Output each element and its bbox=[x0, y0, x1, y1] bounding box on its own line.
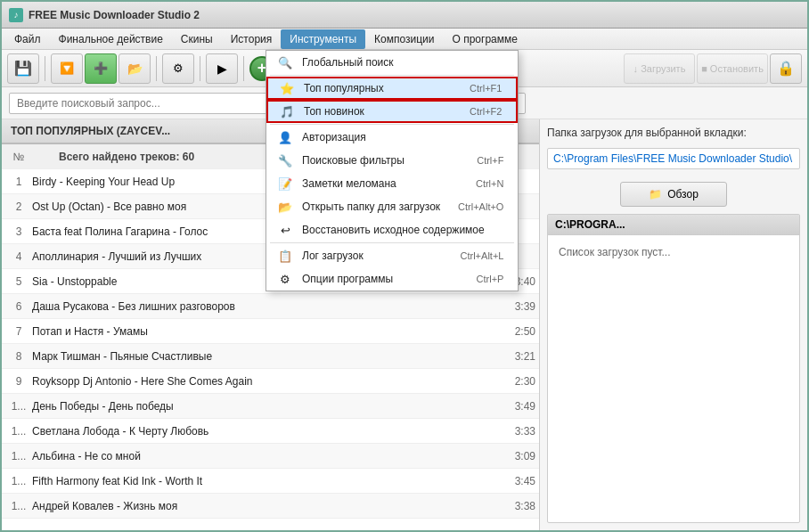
track-num: 7 bbox=[5, 325, 32, 338]
toolbar-folder-btn[interactable]: 📂 bbox=[118, 53, 151, 84]
user-icon: 👤 bbox=[277, 129, 293, 145]
gear-icon: ⚙ bbox=[277, 271, 293, 287]
folder-path: C:\Program Files\FREE Music Downloader S… bbox=[547, 148, 800, 169]
browse-button[interactable]: 📁 Обзор bbox=[620, 182, 727, 207]
toolbar-add-btn[interactable]: ➕ bbox=[85, 53, 117, 84]
toolbar-play-btn[interactable]: ▶ bbox=[206, 53, 238, 84]
dropdown-separator bbox=[270, 242, 514, 243]
toolbar-sep-1 bbox=[45, 56, 45, 81]
folder-open-icon: 📂 bbox=[277, 199, 293, 215]
track-num: 2 bbox=[5, 201, 32, 213]
menu-compositions[interactable]: Композиции bbox=[365, 29, 443, 49]
notes-icon: 📝 bbox=[277, 176, 293, 192]
toolbar-download-btn[interactable]: ↓ Загрузить bbox=[624, 53, 695, 84]
title-bar: ♪ FREE Music Downloader Studio 2 bbox=[2, 2, 807, 29]
dropdown-label: Топ популярных bbox=[304, 82, 384, 94]
dropdown-shortcut: Ctrl+Alt+O bbox=[458, 201, 503, 212]
track-num: 1... bbox=[5, 425, 32, 438]
right-panel: Папка загрузок для выбранной вкладки: C:… bbox=[540, 119, 807, 530]
track-duration: 3:45 bbox=[491, 475, 535, 487]
menu-history[interactable]: История bbox=[222, 29, 282, 49]
table-row[interactable]: 1... Светлана Лобода - К Черту Любовь 3:… bbox=[2, 419, 539, 444]
track-duration: 2:50 bbox=[491, 325, 535, 338]
track-duration: 3:49 bbox=[491, 400, 535, 413]
track-num: 5 bbox=[5, 275, 32, 288]
count-num-col: № bbox=[5, 151, 32, 163]
dropdown-open-folder[interactable]: 📂 Открыть папку для загрузок Ctrl+Alt+O bbox=[266, 195, 518, 218]
track-name: Альбина - Не со мной bbox=[32, 450, 491, 462]
track-duration: 3:39 bbox=[491, 300, 535, 313]
menu-bar: Файл Финальное действие Скины История Ин… bbox=[2, 29, 807, 50]
track-num: 1... bbox=[5, 475, 32, 487]
table-row[interactable]: 1... Альбина - Не со мной 3:09 bbox=[2, 444, 539, 469]
track-name: Светлана Лобода - К Черту Любовь bbox=[32, 425, 491, 438]
toolbar-lock-btn[interactable]: 🔒 bbox=[770, 53, 802, 84]
track-name: Даша Русакова - Без лишних разговоров bbox=[32, 300, 491, 313]
track-num: 1... bbox=[5, 500, 32, 512]
table-row[interactable]: 1... Fifth Harmony feat Kid Ink - Worth … bbox=[2, 469, 539, 494]
track-name: День Победы - День победы bbox=[32, 400, 491, 413]
dropdown-restore[interactable]: ↩ Восстановить исходное содержимое bbox=[266, 218, 518, 241]
dropdown-options[interactable]: ⚙ Опции программы Ctrl+P bbox=[266, 267, 518, 291]
table-title: ТОП ПОПУЛЯРНЫХ (ZAYCEV... bbox=[5, 125, 176, 137]
dropdown-label: Открыть папку для загрузок bbox=[302, 201, 440, 213]
downloads-section: C:\PROGRA... Список загрузок пуст... bbox=[547, 214, 800, 523]
table-row[interactable]: 7 Потап и Настя - Умамы 2:50 bbox=[2, 319, 539, 344]
dropdown-authorization[interactable]: 👤 Авторизация bbox=[266, 126, 518, 149]
dropdown-search-filters[interactable]: 🔧 Поисковые фильтры Ctrl+F bbox=[266, 149, 518, 172]
track-num: 1... bbox=[5, 400, 32, 413]
app-icon: ♪ bbox=[9, 8, 23, 22]
track-num: 6 bbox=[5, 300, 32, 313]
dropdown-separator bbox=[270, 124, 514, 125]
dropdown-shortcut: Ctrl+N bbox=[476, 178, 503, 189]
menu-final[interactable]: Финальное действие bbox=[50, 29, 172, 49]
menu-about[interactable]: О программе bbox=[444, 29, 527, 49]
table-row[interactable]: 9 Royksopp Dj Antonio - Here She Comes A… bbox=[2, 369, 539, 394]
folder-icon: 📁 bbox=[649, 188, 662, 201]
dropdown-top-new[interactable]: 🎵 Топ новинок Ctrl+F2 bbox=[266, 100, 518, 123]
toolbar-stop-btn[interactable]: ■ Остановить bbox=[697, 53, 768, 84]
track-name: Марк Тишман - Пьяные Счастливые bbox=[32, 350, 491, 363]
dropdown-shortcut: Ctrl+F2 bbox=[470, 106, 502, 117]
downloads-header: C:\PROGRA... bbox=[548, 215, 799, 235]
dropdown-notes[interactable]: 📝 Заметки меломана Ctrl+N bbox=[266, 172, 518, 195]
dropdown-label: Восстановить исходное содержимое bbox=[302, 224, 485, 236]
table-row[interactable]: 1... День Победы - День победы 3:49 bbox=[2, 394, 539, 419]
track-num: 8 bbox=[5, 350, 32, 363]
dropdown-label: Глобальный поиск bbox=[302, 56, 394, 69]
dropdown-label: Авторизация bbox=[302, 131, 366, 143]
dropdown-label: Топ новинок bbox=[304, 105, 364, 118]
track-count-text: Всего найдено треков: 60 bbox=[32, 151, 194, 163]
dropdown-menu: 🔍 Глобальный поиск ⭐ Топ популярных Ctrl… bbox=[266, 50, 519, 291]
toolbar-filter-btn[interactable]: 🔽 bbox=[51, 53, 83, 84]
menu-tools[interactable]: Инструменты bbox=[281, 29, 365, 49]
dropdown-label: Заметки меломана bbox=[302, 177, 396, 190]
restore-icon: ↩ bbox=[277, 222, 293, 238]
track-num: 9 bbox=[5, 375, 32, 388]
browse-label: Обзор bbox=[667, 188, 699, 201]
toolbar-save-btn[interactable]: 💾 bbox=[7, 53, 39, 84]
dropdown-separator bbox=[270, 75, 514, 76]
menu-file[interactable]: Файл bbox=[5, 29, 50, 49]
table-row[interactable]: 1... Андрей Ковалев - Жизнь моя 3:38 bbox=[2, 494, 539, 519]
dropdown-shortcut: Ctrl+Alt+L bbox=[461, 250, 504, 261]
dropdown-download-log[interactable]: 📋 Лог загрузок Ctrl+Alt+L bbox=[266, 244, 518, 267]
dropdown-top-popular[interactable]: ⭐ Топ популярных Ctrl+F1 bbox=[266, 77, 518, 100]
track-name: Потап и Настя - Умамы bbox=[32, 325, 491, 338]
dropdown-shortcut: Ctrl+F bbox=[477, 155, 503, 166]
track-name: Fifth Harmony feat Kid Ink - Worth It bbox=[32, 475, 491, 487]
track-name: Андрей Ковалев - Жизнь моя bbox=[32, 500, 491, 512]
toolbar-sep-2 bbox=[156, 56, 157, 81]
track-duration: 3:21 bbox=[491, 350, 535, 363]
menu-skins[interactable]: Скины bbox=[172, 29, 222, 49]
track-duration: 3:38 bbox=[491, 500, 535, 512]
dropdown-global-search[interactable]: 🔍 Глобальный поиск bbox=[266, 51, 518, 74]
track-num: 1 bbox=[5, 176, 32, 188]
search-icon: 🔍 bbox=[277, 54, 293, 70]
toolbar-sep-3 bbox=[200, 56, 200, 81]
toolbar-config-btn[interactable]: ⚙ bbox=[162, 53, 194, 84]
table-row[interactable]: 6 Даша Русакова - Без лишних разговоров … bbox=[2, 294, 539, 319]
dropdown-shortcut: Ctrl+F1 bbox=[470, 83, 502, 94]
table-row[interactable]: 8 Марк Тишман - Пьяные Счастливые 3:21 bbox=[2, 344, 539, 369]
downloads-empty: Список загрузок пуст... bbox=[548, 235, 799, 269]
